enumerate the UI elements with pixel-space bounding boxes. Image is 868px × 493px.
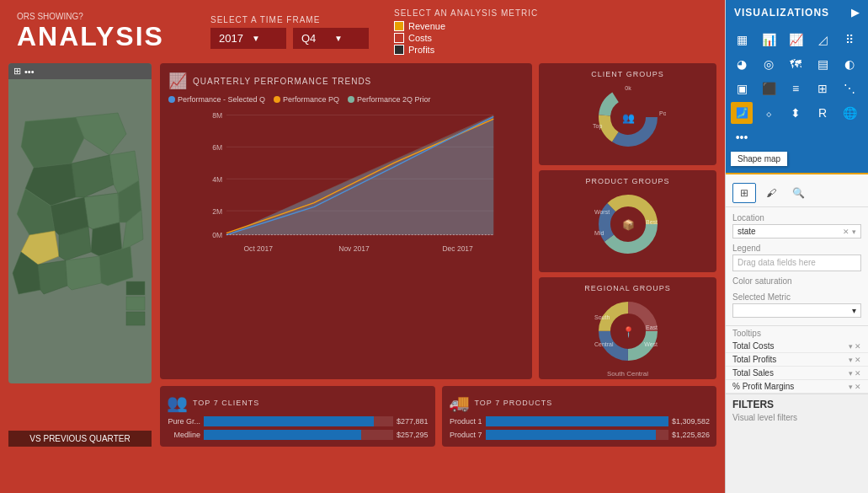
viz-icon-scatter[interactable]: ⠿ [839,29,860,51]
time-frame-selector: SELECT A TIME FRAME 2017 ▼ Q4 ▼ [210,15,369,49]
viz-icon-map-fill[interactable]: 🗺 [785,53,807,75]
viz-icon-area[interactable]: ◿ [812,29,833,51]
svg-text:South: South [594,314,610,320]
revenue-checkbox[interactable] [394,21,404,31]
svg-text:📦: 📦 [621,218,634,231]
viz-icon-pie[interactable]: ◕ [731,53,753,75]
quarter-dropdown-wrapper[interactable]: Q4 ▼ [293,28,369,49]
metric-costs-option[interactable]: Costs [394,33,538,43]
profit-margins-label: % Profit Margins [732,382,794,391]
analysis-title: ANALYSIS [17,21,185,52]
tooltip-profit-margins[interactable]: % Profit Margins ▾ ✕ [726,380,868,394]
location-field-label: Location [732,213,861,222]
product-bar-2: Product 7 $1,225,826 [449,430,711,440]
viz-icon-shape-map[interactable]: 🗾 [731,102,753,124]
tooltips-section: Tooltips Total Costs ▾ ✕ Total Profits ▾… [726,326,868,394]
svg-rect-20 [126,312,145,325]
viz-icon-gauge[interactable]: ◐ [839,53,860,75]
legend-pq: Performance PQ [274,95,339,104]
location-state-value: state [738,227,756,236]
svg-text:0M: 0M [212,231,222,239]
viz-icon-tree[interactable]: ▤ [812,53,833,75]
client-donut-svg: 👥 0k Poor Top [590,82,666,149]
selected-metric-dropdown[interactable]: ▾ [852,306,856,315]
legend-label-2: Performance PQ [283,95,339,104]
product-name-1: Product 1 [449,417,482,426]
viz-icons-grid: ▦ 📊 📈 ◿ ⠿ ◕ ◎ 🗺 ▤ ◐ ▣ ⬛ ≡ ⊞ ⋱ 🗾 ⬦ ⬍ R 🌐 [731,29,863,148]
profit-margins-dropdown[interactable]: ▾ [849,383,853,391]
profit-margins-remove[interactable]: ✕ [855,383,861,391]
product-bar-1: Product 1 $1,309,582 [449,416,711,426]
tooltips-section-label: Tooltips [726,326,868,340]
total-profits-dropdown[interactable]: ▾ [849,356,853,364]
tooltip-total-costs[interactable]: Total Costs ▾ ✕ [726,340,868,353]
svg-text:👥: 👥 [621,111,634,124]
viz-expand-icon[interactable]: ▶ [851,7,860,19]
location-clear-button[interactable]: ✕ ▾ [843,228,856,236]
filters-title: FILTERS [732,399,861,410]
client-value-1: $277,881 [397,417,429,426]
viz-icon-more[interactable]: ••• [731,126,753,148]
viz-icon-matrix[interactable]: ⋱ [839,78,860,99]
svg-text:6M: 6M [212,143,222,152]
line-chart-svg: 8M 6M 4M 2M 0M Oct 2017 Nov 2017 Dec 201… [168,107,524,259]
fields-section: ⊞ 🖌 🔍 Location state ✕ ▾ Legend Drag dat… [726,174,868,326]
format-tab-button[interactable]: 🖌 [759,183,783,203]
total-sales-dropdown[interactable]: ▾ [849,369,853,378]
time-frame-label: SELECT A TIME FRAME [210,15,369,24]
filters-section: FILTERS Visual level filters [726,394,868,426]
client-name-2: Medline [167,431,200,439]
year-dropdown[interactable]: 2017 ▼ [210,28,286,49]
legend-selected-q: Performance - Selected Q [168,95,265,104]
total-sales-remove[interactable]: ✕ [855,369,861,378]
regional-groups-title: REGIONAL GROUPS [546,284,710,292]
viz-icon-ribbon[interactable]: R [812,102,833,124]
metric-profits-option[interactable]: Profits [394,45,538,55]
legend-drag-area[interactable]: Drag data fields here [732,255,861,271]
client-value-2: $257,295 [397,431,429,439]
profits-checkbox[interactable] [394,45,404,55]
location-field-row: Location state ✕ ▾ [726,211,868,241]
viz-icon-kpi[interactable]: ⬛ [758,78,780,99]
analytics-tab-button[interactable]: 🔍 [786,183,810,203]
year-dropdown-wrapper[interactable]: 2017 ▼ [210,28,286,49]
location-field-value[interactable]: state ✕ ▾ [732,224,861,238]
total-profits-remove[interactable]: ✕ [855,356,861,364]
viz-icon-funnel[interactable]: ⬦ [758,102,780,124]
viz-icon-slicer[interactable]: ≡ [785,78,807,99]
fields-tab-button[interactable]: ⊞ [732,183,756,203]
viz-header: VISUALIZATIONS ▶ [726,0,868,25]
quarter-dropdown[interactable]: Q4 ▼ [293,28,369,49]
viz-icon-column[interactable]: 📊 [758,29,780,51]
svg-text:8M: 8M [212,111,222,120]
svg-rect-19 [126,297,145,310]
legend-field-row: Legend Drag data fields here [726,241,868,274]
costs-checkbox[interactable] [394,33,404,43]
fields-icons-bar: ⊞ 🖌 🔍 [726,180,868,207]
viz-icon-waterfall[interactable]: ⬍ [785,102,807,124]
color-sat-field-row: Color saturation [726,274,868,290]
legend-label-3: Performance 2Q Prior [357,95,431,104]
viz-icon-globe[interactable]: 🌐 [839,102,860,124]
viz-icon-donut[interactable]: ◎ [758,53,780,75]
total-sales-label: Total Sales [732,368,774,378]
product-donut-svg: 📦 Worst Mid Best [590,189,666,256]
total-costs-dropdown[interactable]: ▾ [849,342,853,351]
viz-icon-card[interactable]: ▣ [731,78,753,99]
total-costs-remove[interactable]: ✕ [855,342,861,351]
viz-icon-bar[interactable]: ▦ [731,29,753,51]
tooltip-total-profits[interactable]: Total Profits ▾ ✕ [726,353,868,367]
product-groups-title: PRODUCT GROUPS [546,177,710,185]
viz-icon-line[interactable]: 📈 [785,29,807,51]
products-chart-title: 🚚 TOP 7 PRODUCTS [449,393,711,413]
selected-metric-value[interactable]: ▾ [732,303,861,318]
svg-text:Central: Central [594,341,614,347]
legend-label-1: Performance - Selected Q [178,95,265,104]
tooltip-total-sales[interactable]: Total Sales ▾ ✕ [726,367,868,380]
donut-charts: CLIENT GROUPS 👥 0k Po [539,63,716,379]
metric-revenue-option[interactable]: Revenue [394,21,538,31]
total-profits-label: Total Profits [732,355,776,364]
viz-icon-table[interactable]: ⊞ [812,78,833,99]
color-sat-label: Color saturation [732,276,861,286]
svg-text:Dec 2017: Dec 2017 [442,244,473,253]
